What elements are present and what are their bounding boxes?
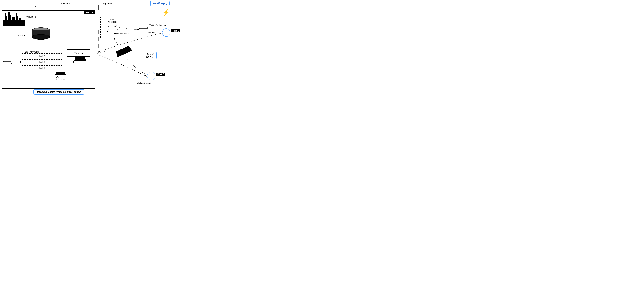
waiting-tugging-upper-box: Waitingfor tugging bbox=[100, 17, 125, 38]
vessel-portc bbox=[140, 26, 148, 29]
svg-rect-36 bbox=[5, 13, 6, 17]
waiting-tugging-lower: Waitingfor tugging bbox=[55, 72, 66, 80]
svg-marker-52 bbox=[2, 62, 12, 64]
factory-icon bbox=[3, 11, 25, 26]
weather-label: Weather(ω) bbox=[153, 2, 167, 5]
trip-ends-label: Trip ends bbox=[103, 2, 112, 5]
decision-factor-box: Decision factor: # vessels, travel speed bbox=[34, 89, 84, 94]
port-b-circle bbox=[147, 72, 155, 80]
waiting-unloading-c: Waiting/Unloading bbox=[150, 24, 166, 26]
lightning-icon: ⚡ bbox=[162, 8, 170, 16]
sailing-vessel bbox=[115, 46, 132, 57]
tugging-label: Tugging bbox=[74, 52, 83, 54]
dock-entry-dot bbox=[20, 61, 21, 63]
waiting-unloading-b: Waiting/Unloading bbox=[137, 82, 153, 84]
svg-marker-53 bbox=[115, 45, 132, 58]
inventory-label: Inventory bbox=[18, 34, 26, 36]
tugging-box: Tugging bbox=[67, 50, 90, 57]
svg-point-47 bbox=[32, 34, 50, 39]
svg-rect-33 bbox=[12, 17, 15, 20]
entry-vessel bbox=[2, 62, 12, 65]
dock1-box: Dock 1 bbox=[22, 54, 62, 58]
svg-rect-31 bbox=[5, 16, 7, 20]
tank-icon bbox=[32, 27, 50, 40]
svg-marker-49 bbox=[108, 25, 118, 28]
production-label: Production bbox=[26, 16, 36, 18]
svg-marker-54 bbox=[140, 26, 148, 28]
trip-starts-label: Trip starts bbox=[60, 2, 70, 5]
svg-rect-35 bbox=[19, 18, 21, 20]
waiting-tugging-upper-label: Waitingfor tugging bbox=[108, 18, 118, 23]
port-b-label: Port B bbox=[156, 73, 165, 76]
travel-time-label: Traveltime(ω) bbox=[146, 53, 154, 58]
svg-rect-38 bbox=[16, 13, 17, 16]
svg-marker-50 bbox=[108, 29, 118, 32]
svg-rect-37 bbox=[8, 12, 10, 15]
dock2-dot-right bbox=[73, 61, 74, 63]
port-c-label: Port C bbox=[171, 29, 180, 32]
svg-line-28 bbox=[99, 49, 112, 53]
travel-time-box: Traveltime(ω) bbox=[144, 52, 157, 59]
decision-factor-label: Decision factor: # vessels, travel speed bbox=[37, 90, 81, 93]
port-c-circle bbox=[162, 28, 170, 37]
dock2-box: Dock 2 bbox=[22, 60, 62, 64]
svg-marker-51 bbox=[55, 72, 66, 75]
dock3-box: Dock 3 bbox=[22, 66, 62, 70]
loading-waiting-label: Loading/Waiting bbox=[25, 51, 40, 53]
svg-rect-34 bbox=[16, 16, 18, 20]
diagram-container: Trip starts Trip ends Port A Production … bbox=[0, 0, 200, 96]
svg-marker-48 bbox=[74, 57, 86, 61]
svg-rect-32 bbox=[8, 15, 10, 20]
tugging-vessel bbox=[74, 57, 86, 62]
port-a-label: Port A bbox=[84, 10, 95, 14]
weather-box: Weather(ω) bbox=[150, 1, 170, 6]
